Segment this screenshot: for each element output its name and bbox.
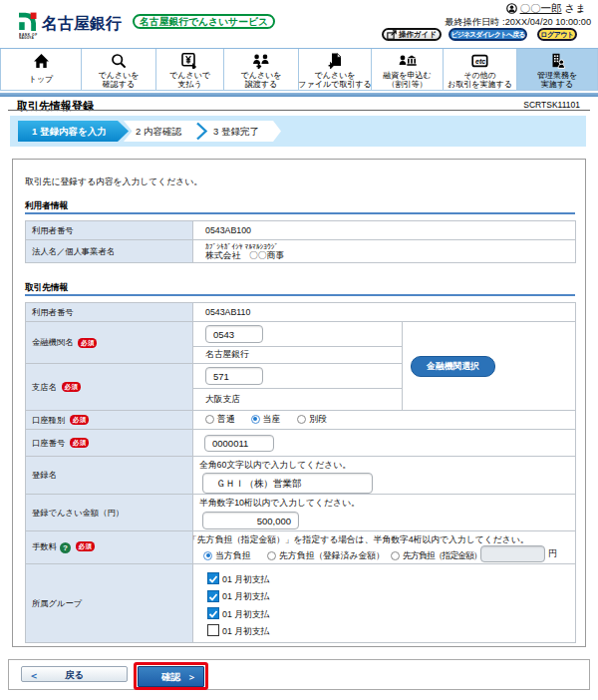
- svg-text:etc: etc: [475, 58, 485, 65]
- svg-text:NAGOYA: NAGOYA: [19, 36, 34, 39]
- svg-text:2 内容確認: 2 内容確認: [136, 126, 181, 137]
- svg-text:3 登録完了: 3 登録完了: [213, 126, 259, 137]
- svg-text:1 登録内容を入力: 1 登録内容を入力: [32, 126, 107, 137]
